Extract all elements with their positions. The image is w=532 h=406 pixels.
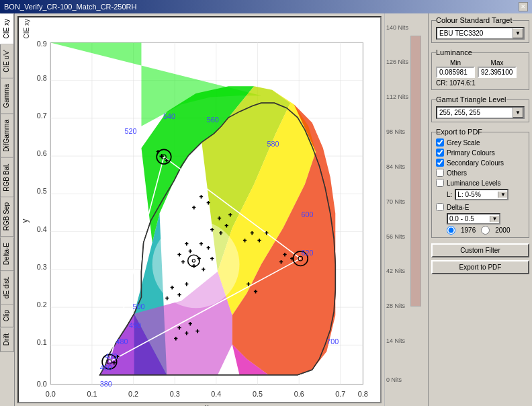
svg-text:+: + bbox=[178, 252, 181, 259]
svg-text:480: 480 bbox=[116, 338, 128, 346]
svg-text:+: + bbox=[196, 329, 200, 335]
svg-text:460: 460 bbox=[100, 364, 112, 372]
tab-drift[interactable]: Drift bbox=[0, 328, 14, 352]
svg-text:+: + bbox=[189, 321, 192, 328]
window-controls: ✕ bbox=[519, 2, 528, 11]
svg-text:+: + bbox=[202, 267, 205, 274]
svg-text:+: + bbox=[185, 331, 188, 337]
svg-text:+: + bbox=[165, 157, 169, 164]
svg-text:560: 560 bbox=[207, 116, 219, 124]
title-bar: BON_Verify_CR-100_Match_CR-250RH ✕ bbox=[0, 0, 532, 13]
svg-text:+: + bbox=[218, 216, 221, 222]
svg-text:+: + bbox=[200, 194, 203, 200]
svg-text:580: 580 bbox=[267, 140, 279, 149]
right-panel: Colour Standard Target EBU TEC3320 ▼ Lum… bbox=[428, 13, 532, 406]
cie-chart-svg: + + + + + + + + + + + + + + + bbox=[21, 38, 378, 406]
secondary-colours-checkbox[interactable] bbox=[436, 159, 444, 167]
tab-clip[interactable]: Clip bbox=[0, 304, 14, 327]
luminance-max-input[interactable] bbox=[478, 67, 517, 78]
gamut-triangle-title: Gamut Triangle Level bbox=[436, 95, 506, 104]
svg-text:+: + bbox=[225, 223, 228, 230]
tab-cie-uv[interactable]: CIE u'v' bbox=[0, 44, 14, 79]
svg-text:600: 600 bbox=[301, 210, 313, 218]
secondary-colours-label: Secondary Colours bbox=[447, 159, 504, 167]
luminance-levels-label: Luminance Levels bbox=[447, 179, 501, 187]
gamut-triangle-dropdown-btn[interactable]: ▼ bbox=[513, 108, 523, 118]
svg-text:+: + bbox=[247, 281, 250, 288]
svg-text:+: + bbox=[254, 288, 257, 295]
svg-text:520: 520 bbox=[125, 127, 137, 135]
svg-text:0.7: 0.7 bbox=[335, 391, 345, 399]
luminance-title: Luminance bbox=[436, 48, 472, 56]
colour-standard-select[interactable]: EBU TEC3320 ▼ bbox=[436, 27, 525, 40]
others-row: Others bbox=[436, 169, 525, 177]
svg-text:+: + bbox=[228, 212, 232, 218]
tab-cie-xy[interactable]: CIE xy bbox=[0, 13, 14, 44]
delta-e-range-dropdown-btn[interactable]: ▼ bbox=[490, 216, 499, 222]
luminance-levels-sub: L: L: 0-5% ▼ bbox=[447, 189, 525, 200]
svg-text:500: 500 bbox=[132, 303, 144, 311]
tab-de-dist[interactable]: dE dist. bbox=[0, 271, 14, 304]
tab-rgb-bal[interactable]: RGB Bal. bbox=[0, 158, 14, 198]
year-2000-radio[interactable] bbox=[481, 226, 490, 235]
primary-colours-checkbox[interactable] bbox=[436, 149, 444, 157]
year-1976-radio[interactable] bbox=[447, 226, 455, 235]
svg-text:0.0: 0.0 bbox=[37, 380, 47, 388]
luminance-range-value: L: 0-5% bbox=[456, 190, 498, 199]
svg-text:+: + bbox=[185, 281, 188, 288]
luminance-min-input[interactable] bbox=[436, 67, 475, 78]
svg-text:+: + bbox=[207, 200, 210, 206]
gamut-triangle-value: 255, 255, 255 bbox=[437, 108, 513, 117]
svg-text:0.6: 0.6 bbox=[37, 150, 47, 158]
gamut-triangle-select[interactable]: 255, 255, 255 ▼ bbox=[436, 106, 525, 119]
luminance-range-select[interactable]: L: 0-5% ▼ bbox=[455, 189, 508, 200]
export-pdf-title: Export to PDF bbox=[436, 128, 482, 136]
luminance-levels-checkbox[interactable] bbox=[436, 179, 444, 187]
svg-text:+: + bbox=[210, 255, 214, 262]
svg-text:0.5: 0.5 bbox=[37, 188, 47, 196]
svg-text:0.1: 0.1 bbox=[87, 391, 97, 399]
svg-text:0.6: 0.6 bbox=[294, 391, 304, 399]
custom-filter-button[interactable]: Custom Filter bbox=[431, 243, 529, 257]
primary-colours-row: Primary Colours bbox=[436, 149, 525, 157]
svg-text:0.9: 0.9 bbox=[37, 40, 47, 48]
luminance-group: Luminance Min Max CR: 1074.6:1 bbox=[431, 48, 529, 90]
secondary-colours-row: Secondary Colours bbox=[436, 159, 525, 167]
luminance-range-dropdown-btn[interactable]: ▼ bbox=[498, 192, 507, 198]
svg-text:+: + bbox=[207, 245, 210, 251]
svg-text:0.3: 0.3 bbox=[170, 391, 180, 399]
tab-difgamma[interactable]: DifGamma bbox=[0, 114, 14, 158]
svg-text:0.1: 0.1 bbox=[37, 339, 47, 347]
svg-text:490: 490 bbox=[129, 322, 141, 330]
svg-text:0.2: 0.2 bbox=[128, 391, 138, 399]
tab-gamma[interactable]: Gamma bbox=[0, 79, 14, 114]
svg-text:0.8: 0.8 bbox=[358, 391, 368, 399]
svg-text:+: + bbox=[210, 227, 214, 233]
svg-text:+: + bbox=[219, 230, 222, 237]
others-checkbox[interactable] bbox=[436, 169, 444, 177]
svg-text:0.3: 0.3 bbox=[37, 263, 47, 271]
grey-scale-checkbox[interactable] bbox=[436, 138, 444, 147]
tab-delta-e[interactable]: Delta-E bbox=[0, 237, 14, 271]
delta-e-checkbox[interactable] bbox=[436, 203, 444, 211]
svg-text:+: + bbox=[279, 259, 283, 266]
svg-text:+: + bbox=[171, 285, 174, 292]
svg-text:0.4: 0.4 bbox=[211, 391, 221, 399]
chart-area: + + + + + + + + + + + + + + + bbox=[21, 38, 378, 406]
others-label: Others bbox=[447, 169, 467, 177]
delta-e-range-select[interactable]: 0.0 - 0.5 ▼ bbox=[447, 213, 500, 225]
tab-rgb-sep[interactable]: RGB Sep bbox=[0, 197, 14, 237]
cr-ratio: CR: 1074.6:1 bbox=[436, 79, 525, 87]
close-button[interactable]: ✕ bbox=[519, 2, 528, 11]
export-to-pdf-button[interactable]: Export to PDF bbox=[431, 260, 529, 274]
svg-text:+: + bbox=[283, 252, 286, 259]
svg-text:0.7: 0.7 bbox=[37, 112, 47, 120]
svg-text:620: 620 bbox=[301, 249, 313, 257]
colour-standard-title: Colour Standard Target bbox=[436, 16, 513, 24]
grey-scale-label: Grey Scale bbox=[447, 139, 480, 147]
window-title: BON_Verify_CR-100_Match_CR-250RH bbox=[4, 3, 136, 11]
primary-colours-label: Primary Colours bbox=[447, 149, 495, 157]
svg-text:+: + bbox=[181, 259, 185, 266]
colour-standard-dropdown-btn[interactable]: ▼ bbox=[513, 28, 523, 38]
colour-standard-group: Colour Standard Target EBU TEC3320 ▼ bbox=[431, 16, 529, 43]
